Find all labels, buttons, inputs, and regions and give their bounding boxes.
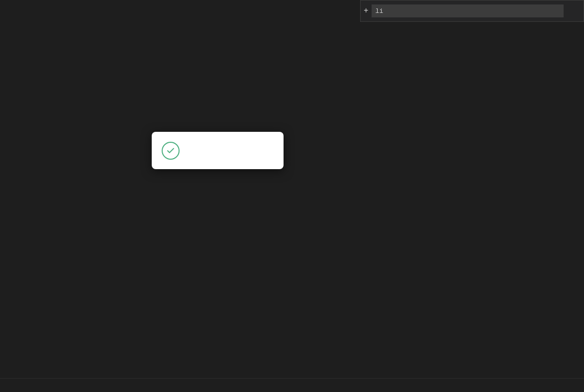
toast-check-icon bbox=[162, 142, 180, 160]
search-next-button[interactable] bbox=[578, 10, 584, 12]
search-prev-button[interactable] bbox=[572, 10, 578, 12]
status-bar bbox=[0, 378, 584, 392]
search-input[interactable] bbox=[372, 4, 564, 17]
search-bar: + bbox=[360, 0, 584, 22]
save-toast bbox=[152, 132, 284, 169]
code-editor: + bbox=[0, 0, 584, 378]
search-plus-icon: + bbox=[361, 6, 372, 15]
